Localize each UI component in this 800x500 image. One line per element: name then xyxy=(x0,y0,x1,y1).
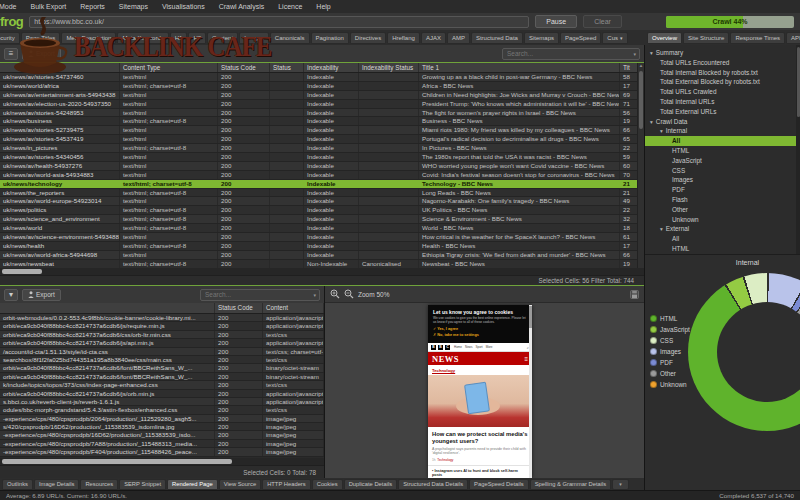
col-indexability-status[interactable]: Indexability Status xyxy=(359,63,419,72)
report-tab[interactable]: H1 xyxy=(170,32,188,44)
report-tab[interactable]: Cus xyxy=(602,32,627,44)
table-row[interactable]: uk/news/business text/html; charset=utf-… xyxy=(0,117,644,126)
overview-tree-item[interactable]: Images xyxy=(645,175,800,185)
overview-tree-item[interactable]: Total External Blocked by robots.txt xyxy=(645,77,800,87)
sidebar-tab[interactable]: Response Times xyxy=(730,32,785,44)
overview-tree-item[interactable]: Total URLs Encountered xyxy=(645,58,800,68)
overview-tree-item[interactable]: Unknown xyxy=(645,215,800,225)
overview-tree-item[interactable]: Internal xyxy=(645,126,800,136)
legend-item[interactable]: HTML xyxy=(650,313,690,324)
resource-row[interactable]: orbit/eca9cb040f88bbc4cc8214737a6cdb6/fo… xyxy=(0,373,324,381)
table-row[interactable]: uk/news/technology text/html; charset=ut… xyxy=(0,180,644,189)
overview-tree-item[interactable]: HTML xyxy=(645,146,800,156)
main-search-input[interactable] xyxy=(503,50,630,57)
details-filter-dropdown-icon[interactable]: ▾ xyxy=(4,289,18,301)
legend-item[interactable]: Unknown xyxy=(650,379,690,390)
report-tab[interactable]: Hreflang xyxy=(387,32,420,44)
main-table-vscrollbar[interactable]: ▲ xyxy=(637,63,644,268)
overview-tree-item[interactable]: All xyxy=(645,136,800,146)
menu-item[interactable]: Licence xyxy=(278,3,302,10)
scroll-up-icon[interactable]: ▲ xyxy=(639,63,643,68)
menu-item[interactable]: Bulk Export xyxy=(31,3,67,10)
table-row[interactable]: uk/news/science_and_environment text/htm… xyxy=(0,215,644,224)
detail-tab[interactable]: Rendered Page xyxy=(167,479,218,490)
details-search-input[interactable] xyxy=(201,291,310,298)
bbc-nav-item[interactable]: Sport xyxy=(476,345,483,349)
col-status-code[interactable]: Status Code xyxy=(215,303,263,313)
details-export-button[interactable]: Export xyxy=(22,289,61,301)
col-title[interactable]: Title 1 xyxy=(419,63,620,72)
main-search[interactable]: ▾ xyxy=(502,48,640,60)
table-row[interactable]: uk/news/av/world-europe-54923014 text/ht… xyxy=(0,197,644,206)
view-list-icon[interactable]: ≡ xyxy=(4,48,18,60)
zoom-in-icon[interactable] xyxy=(330,289,340,299)
page-scrollbar[interactable] xyxy=(529,305,532,478)
resource-row[interactable]: -experience/cps/480/cpsprodpb/2064/produ… xyxy=(0,415,324,423)
resource-row[interactable]: orbit/eca9cb040f88bbc4cc8214737a6cdb6/fo… xyxy=(0,364,324,372)
overview-tree-item[interactable]: External xyxy=(645,224,800,234)
overview-tree-item[interactable]: Other xyxy=(645,205,800,215)
table-row[interactable]: uk/news/av/science-environment-54934885 … xyxy=(0,233,644,242)
detail-tab[interactable]: PageSpeed Details xyxy=(469,479,529,490)
detail-tab[interactable]: SERP Snippet xyxy=(119,479,166,490)
overview-tree-item[interactable]: Total URLs Crawled xyxy=(645,87,800,97)
detail-tab[interactable]: Image Details xyxy=(34,479,79,490)
rendered-page-viewport[interactable]: Let us know you agree to cookies We use … xyxy=(325,303,644,478)
export-button[interactable]: Export xyxy=(22,48,61,60)
menu-item[interactable]: Sitemaps xyxy=(119,3,148,10)
table-row[interactable]: uk/news/av/health-54937276 text/html 200… xyxy=(0,162,644,171)
table-row[interactable]: uk/news/av/world-africa-54944698 text/ht… xyxy=(0,251,644,260)
menu-item[interactable]: Visualisations xyxy=(162,3,205,10)
report-tab[interactable]: PageSpeed xyxy=(560,32,601,44)
url-input[interactable] xyxy=(29,16,529,28)
table-row[interactable]: uk/news/av/stories-54340456 text/html 20… xyxy=(0,153,644,162)
detail-tab[interactable]: HTTP Headers xyxy=(262,479,311,490)
report-tab[interactable]: H2 xyxy=(188,32,206,44)
table-row[interactable]: uk/news/world/africa text/html; charset=… xyxy=(0,82,644,91)
vscroll-thumb[interactable] xyxy=(639,71,643,129)
overview-tree-item[interactable]: HTML xyxy=(645,244,800,254)
resource-row[interactable]: k/include/topics/topos/373/css/index-pag… xyxy=(0,381,324,389)
report-tab[interactable]: Security xyxy=(0,32,20,44)
report-tab[interactable]: AMP xyxy=(447,32,470,44)
overview-tree-item[interactable]: Total Internal URLs xyxy=(645,97,800,107)
table-row[interactable]: uk/news/newsbeat text/html; charset=utf-… xyxy=(0,260,644,268)
table-row[interactable]: uk/news/av/entertainment-arts-54943438 t… xyxy=(0,91,644,100)
sidebar-tab[interactable]: Overview xyxy=(647,32,682,44)
detail-tab[interactable]: Structured Data Details xyxy=(398,479,468,490)
menu-item[interactable]: Reports xyxy=(80,3,105,10)
report-tab[interactable]: Sitemaps xyxy=(524,32,559,44)
zoom-out-icon[interactable] xyxy=(344,289,354,299)
resource-row[interactable]: orbit/eca9cb040f88bbc4cc8214737a6cdb6/cs… xyxy=(0,331,324,339)
detail-tab[interactable]: Spelling & Grammar Details xyxy=(530,479,612,490)
sidebar-tab[interactable]: Site Structure xyxy=(683,32,729,44)
table-row[interactable]: uk/news/av/stories-54248953 text/html 20… xyxy=(0,109,644,118)
col-content-type[interactable]: Content Type xyxy=(120,63,218,72)
hscroll-thumb[interactable] xyxy=(2,269,42,274)
report-tab[interactable]: Canonicals xyxy=(270,32,310,44)
table-row[interactable]: uk/news/av/stories-54537419 text/html 20… xyxy=(0,135,644,144)
overview-tree-item[interactable]: All xyxy=(645,234,800,244)
report-tab[interactable]: Meta Keywords xyxy=(117,32,168,44)
resource-row[interactable]: searchbox/8f1f2fa025bd744351a195a8b3840e… xyxy=(0,356,324,364)
overview-tree-item[interactable]: Total Internal Blocked by robots.txt xyxy=(645,68,800,78)
col-indexability[interactable]: Indexability xyxy=(304,63,359,72)
col-status[interactable]: Status xyxy=(270,63,304,72)
detail-tab[interactable]: Duplicate Details xyxy=(344,479,398,490)
save-icon[interactable] xyxy=(630,290,639,299)
col-address[interactable] xyxy=(0,63,120,72)
menu-item[interactable]: Mode xyxy=(0,3,17,10)
report-tab[interactable]: Structured Data xyxy=(471,32,523,44)
bbc-nav-item[interactable]: News xyxy=(465,345,473,349)
hamburger-icon[interactable]: ≡ xyxy=(524,356,528,362)
resource-row[interactable]: s/420/cpsprodpb/16D62/production/_115383… xyxy=(0,423,324,431)
resource-row[interactable]: -experience/cps/480/cpsprodpb/16D62/prod… xyxy=(0,431,324,439)
search-dropdown-icon[interactable]: ▾ xyxy=(310,292,319,298)
section-link[interactable]: Technology xyxy=(428,365,532,375)
col-content[interactable]: Content xyxy=(263,303,324,313)
bbc-nav-item[interactable]: More xyxy=(486,345,493,349)
clear-button[interactable]: Clear xyxy=(583,15,622,28)
details-search[interactable]: ▾ xyxy=(200,289,320,301)
overview-tree-item[interactable]: CSS xyxy=(645,166,800,176)
cookie-settings-link[interactable]: ✗ No, take me to settings xyxy=(433,333,527,339)
